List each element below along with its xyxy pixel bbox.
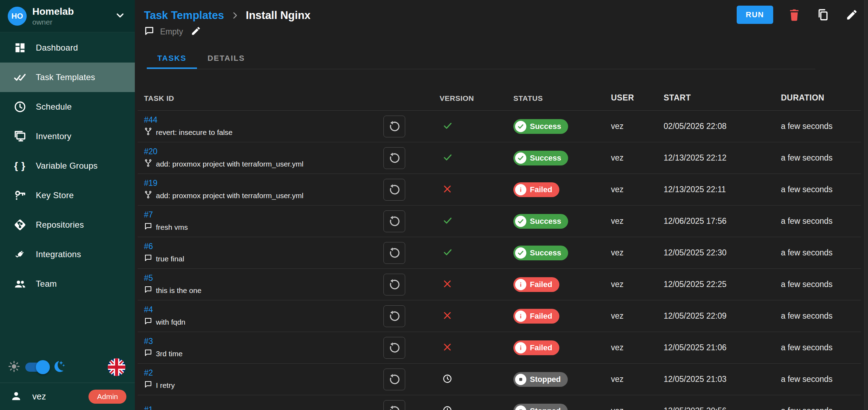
task-id-link[interactable]: #44 [144, 115, 157, 125]
rerun-task-button[interactable] [383, 305, 405, 327]
breadcrumb-task-templates-link[interactable]: Task Templates [144, 9, 224, 22]
task-id-link[interactable]: #4 [144, 305, 153, 314]
comment-icon [144, 317, 152, 327]
theme-switcher [0, 352, 135, 383]
sidebar-item-label: Repositories [36, 220, 84, 230]
version-cell [440, 332, 513, 363]
rerun-task-button[interactable] [383, 337, 405, 359]
sidebar-item-schedule[interactable]: Schedule [0, 92, 135, 122]
language-flag-uk[interactable] [107, 357, 126, 377]
edit-description-icon[interactable] [191, 26, 201, 38]
task-message-row: fresh vms [144, 222, 383, 232]
project-selector[interactable]: HO Homelab owner [0, 0, 135, 32]
rerun-task-button[interactable] [383, 400, 405, 410]
task-id-cell: #2 I retry [144, 364, 383, 395]
chevron-right-icon [230, 11, 239, 20]
tab-bar: TASKS DETAILS [147, 49, 815, 69]
task-message-row: with fqdn [144, 317, 383, 327]
duration-cell: a few seconds [781, 395, 861, 410]
rerun-task-button[interactable] [383, 116, 405, 137]
integrations-icon [13, 248, 27, 261]
copy-template-button[interactable] [815, 7, 831, 22]
task-id-link[interactable]: #6 [144, 242, 153, 251]
column-header-user: USER [611, 93, 664, 103]
user-cell: vez [611, 300, 664, 332]
version-fail-icon [442, 184, 452, 195]
start-cell: 12/05/2025 22:25 [664, 269, 781, 300]
delete-template-button[interactable] [787, 7, 802, 22]
sidebar-item-key-store[interactable]: Key Store [0, 181, 135, 210]
version-cell [440, 142, 513, 174]
version-cell [440, 300, 513, 332]
admin-role-badge: Admin [88, 390, 126, 404]
sidebar-item-dashboard[interactable]: Dashboard [0, 33, 135, 63]
rerun-task-button[interactable] [383, 147, 405, 169]
status-label: Failed [530, 343, 552, 352]
column-header-duration: DURATION [781, 93, 861, 103]
sidebar-item-inventory[interactable]: Inventory [0, 122, 135, 151]
duration-cell: a few seconds [781, 332, 861, 363]
status-badge: Success [513, 214, 568, 229]
task-table-body: #44 revert: insecure to false [138, 111, 861, 410]
tab-details[interactable]: DETAILS [197, 49, 255, 69]
task-id-cell: #20 add: proxmox project with terraform_… [144, 142, 383, 174]
table-row: #7 fresh vms [138, 206, 861, 237]
duration-cell: a few seconds [781, 142, 861, 174]
sidebar-item-integrations[interactable]: Integrations [0, 240, 135, 269]
rerun-task-button[interactable] [383, 242, 405, 264]
user-cell: vez [611, 395, 664, 410]
sidebar-item-label: Task Templates [36, 72, 95, 82]
sidebar-item-team[interactable]: Team [0, 269, 135, 299]
column-header-version: VERSION [440, 94, 513, 103]
schedule-icon [13, 100, 27, 113]
task-id-link[interactable]: #5 [144, 273, 153, 283]
status-badge: Failed [513, 309, 559, 324]
rerun-cell [383, 395, 440, 410]
commit-message: add: proxmox project with terraform_user… [156, 160, 303, 168]
status-badge-icon [515, 247, 526, 259]
status-cell: Failed [513, 300, 611, 332]
duration-cell: a few seconds [781, 111, 861, 142]
git-branch-icon [144, 190, 152, 201]
status-badge: Failed [513, 182, 559, 197]
comment-icon [144, 254, 152, 264]
task-message-row: true final [144, 254, 383, 264]
sidebar-item-repositories[interactable]: Repositories [0, 210, 135, 240]
task-id-link[interactable]: #2 [144, 368, 153, 378]
rerun-task-button[interactable] [383, 369, 405, 390]
status-badge-icon [515, 152, 526, 164]
scrollbar[interactable] [864, 0, 868, 410]
user-cell: vez [611, 237, 664, 268]
user-cell: vez [611, 174, 664, 205]
rerun-task-button[interactable] [383, 210, 405, 232]
rerun-cell [383, 142, 440, 174]
rerun-task-button[interactable] [383, 274, 405, 295]
sidebar-item-variable-groups[interactable]: { } Variable Groups [0, 151, 135, 181]
version-cell [440, 111, 513, 142]
rerun-task-button[interactable] [383, 179, 405, 201]
status-cell: Failed [513, 174, 611, 205]
task-id-cell: #44 revert: insecure to false [144, 111, 383, 142]
sidebar-item-label: Key Store [36, 190, 74, 200]
table-row: #4 with fqdn [138, 300, 861, 332]
sidebar-item-task-templates[interactable]: Task Templates [0, 63, 135, 92]
dark-mode-toggle[interactable] [25, 363, 48, 372]
status-cell: Success [513, 237, 611, 268]
task-id-link[interactable]: #1 [144, 405, 153, 410]
task-id-link[interactable]: #19 [144, 178, 157, 188]
column-header-task-id: TASK ID [144, 94, 383, 103]
task-id-link[interactable]: #7 [144, 210, 153, 220]
version-cell [440, 206, 513, 237]
sidebar-item-label: Team [36, 279, 57, 289]
duration-cell: a few seconds [781, 269, 861, 300]
user-menu[interactable]: vez Admin [0, 383, 135, 410]
rerun-cell [383, 174, 440, 205]
status-label: Success [530, 248, 561, 258]
tab-tasks[interactable]: TASKS [147, 49, 197, 69]
task-id-link[interactable]: #3 [144, 337, 153, 346]
git-branch-icon [144, 159, 152, 169]
task-id-link[interactable]: #20 [144, 147, 157, 156]
run-button[interactable]: RUN [737, 6, 773, 24]
edit-template-button[interactable] [844, 7, 860, 22]
task-message-row: add: proxmox project with terraform_user… [144, 159, 383, 169]
